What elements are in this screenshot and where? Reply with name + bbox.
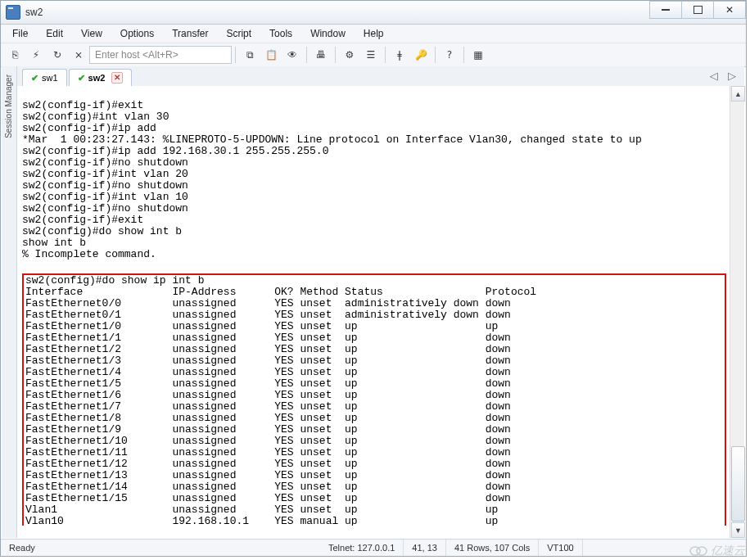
menu-tools[interactable]: Tools [263,26,299,41]
menu-file[interactable]: File [6,26,34,41]
menu-options[interactable]: Options [114,26,160,41]
status-size: 41 Rows, 107 Cols [446,540,539,556]
menu-transfer[interactable]: Transfer [165,26,215,41]
toolbar-separator [306,47,307,63]
tab-label: sw2 [88,73,106,83]
session-tab-sw2[interactable]: ✔ sw2 ✕ [69,69,133,86]
toolbar-reconnect-icon[interactable]: ↻ [48,46,66,64]
scroll-down-button[interactable]: ▼ [731,522,745,538]
menu-help[interactable]: Help [357,26,391,41]
toolbar-separator [463,47,464,63]
toolbar-lock-icon[interactable]: 🔑 [412,46,430,64]
scroll-thumb[interactable] [731,446,745,522]
toolbar-separator [235,47,236,63]
toolbar-connect-icon[interactable]: ⎘ [6,46,24,64]
terminal-show-cmd: sw2(config)#do show ip int b [25,274,204,287]
status-ready: Ready [1,540,320,556]
session-tab-sw1[interactable]: ✔ sw1 [22,69,67,86]
toolbar-separator [335,47,336,63]
toolbar: ⎘ ⚡ ↻ ⨯ Enter host <Alt+R> ⧉ 📋 👁 🖶 ⚙ ☰ ǂ… [1,43,746,67]
toolbar-session-options-icon[interactable]: ☰ [362,46,380,64]
status-bar: Ready Telnet: 127.0.0.1 41, 13 41 Rows, … [1,539,746,556]
menu-window[interactable]: Window [304,26,352,41]
toolbar-print-icon[interactable]: 🖶 [312,46,330,64]
status-emulation: VT100 [539,540,582,556]
menu-edit[interactable]: Edit [39,26,70,41]
vertical-scrollbar[interactable]: ▲ ▼ [730,86,744,538]
app-window: sw2 ✕ File Edit View Options Transfer Sc… [0,0,747,557]
toolbar-key-icon[interactable]: ǂ [391,46,409,64]
menu-view[interactable]: View [75,26,109,41]
toolbar-disconnect-icon[interactable]: ⨯ [70,46,88,64]
scroll-up-button[interactable]: ▲ [731,86,745,102]
toolbar-tile-icon[interactable]: ▦ [469,46,487,64]
tab-label: sw1 [42,73,58,83]
window-minimize-button[interactable] [649,1,682,19]
check-icon: ✔ [78,73,85,84]
title-bar: sw2 ✕ [1,1,746,25]
check-icon: ✔ [31,73,38,84]
toolbar-settings-icon[interactable]: ⚙ [341,46,359,64]
window-title: sw2 [25,7,43,18]
terminal-output[interactable]: sw2(config-if)#exit sw2(config)#int vlan… [19,98,730,526]
toolbar-paste-icon[interactable]: 📋 [262,46,280,64]
window-close-button[interactable]: ✕ [713,1,746,19]
toolbar-separator [385,47,386,63]
toolbar-copy-icon[interactable]: ⧉ [241,46,259,64]
host-input[interactable]: Enter host <Alt+R> [89,46,232,64]
menu-bar: File Edit View Options Transfer Script T… [1,25,746,43]
interface-table-header: Interface IP-Address OK? Method Status P… [25,286,536,298]
tab-nav-arrows[interactable]: ◁ ▷ [710,70,739,82]
status-connection: Telnet: 127.0.0.1 [320,540,404,556]
menu-script[interactable]: Script [219,26,258,41]
interface-table-rows: FastEthernet0/0 unassigned YES unset adm… [25,297,511,526]
window-maximize-button[interactable] [681,1,714,19]
session-manager-strip[interactable]: Session Manager [2,66,17,538]
app-icon [6,5,20,20]
host-placeholder: Enter host <Alt+R> [95,49,178,61]
toolbar-help-icon[interactable]: ? [441,46,459,64]
toolbar-quick-connect-icon[interactable]: ⚡ [27,46,45,64]
terminal-panel: sw2(config-if)#exit sw2(config)#int vlan… [17,86,744,538]
session-manager-label: Session Manager [4,75,13,138]
tab-close-button[interactable]: ✕ [111,72,123,84]
toolbar-find-icon[interactable]: 👁 [283,46,301,64]
status-cursor: 41, 13 [404,540,446,556]
toolbar-separator [435,47,436,63]
session-tab-strip: ✔ sw1 ✔ sw2 ✕ ◁ ▷ [17,66,744,87]
terminal-pre-lines: sw2(config-if)#exit sw2(config)#int vlan… [22,99,642,260]
highlight-box: sw2(config)#do show ip int b Interface I… [22,273,726,526]
